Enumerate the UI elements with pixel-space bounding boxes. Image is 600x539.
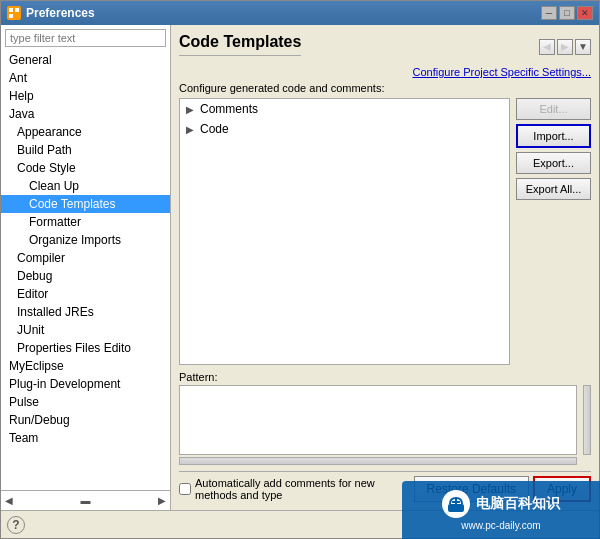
preferences-window: Preferences ─ □ ✕ General Ant Help Java … [0, 0, 600, 539]
watermark-icon [442, 490, 470, 518]
svg-rect-0 [9, 8, 13, 12]
configure-label: Configure generated code and comments: [179, 82, 591, 94]
app-icon [7, 6, 21, 20]
sidebar-item-plugin-dev[interactable]: Plug-in Development [1, 375, 170, 393]
sidebar: General Ant Help Java Appearance Build P… [1, 25, 171, 510]
watermark-text: 电脑百科知识 [476, 495, 560, 513]
content-area: General Ant Help Java Appearance Build P… [1, 25, 599, 510]
configure-link[interactable]: Configure Project Specific Settings... [179, 66, 591, 78]
auto-comments-label: Automatically add comments for new metho… [195, 477, 414, 501]
sidebar-item-debug[interactable]: Debug [1, 267, 170, 285]
filter-input[interactable] [5, 29, 166, 47]
sidebar-item-run-debug[interactable]: Run/Debug [1, 411, 170, 429]
sidebar-item-clean-up[interactable]: Clean Up [1, 177, 170, 195]
main-body: ▶ Comments ▶ Code Edit... Import... Expo… [179, 98, 591, 365]
export-button[interactable]: Export... [516, 152, 591, 174]
scroll-indicator: ▬ [81, 495, 91, 506]
close-button[interactable]: ✕ [577, 6, 593, 20]
sidebar-item-myeclipse[interactable]: MyEclipse [1, 357, 170, 375]
sidebar-item-team[interactable]: Team [1, 429, 170, 447]
sidebar-item-appearance[interactable]: Appearance [1, 123, 170, 141]
sidebar-item-ant[interactable]: Ant [1, 69, 170, 87]
template-tree: ▶ Comments ▶ Code [179, 98, 510, 365]
main-panel: Code Templates ◀ ▶ ▼ Configure Project S… [171, 25, 599, 510]
sidebar-item-help[interactable]: Help [1, 87, 170, 105]
sidebar-item-code-templates[interactable]: Code Templates [1, 195, 170, 213]
template-comments-label: Comments [200, 102, 258, 116]
maximize-button[interactable]: □ [559, 6, 575, 20]
template-code-label: Code [200, 122, 229, 136]
import-button[interactable]: Import... [516, 124, 591, 148]
sidebar-item-pulse[interactable]: Pulse [1, 393, 170, 411]
sidebar-item-editor[interactable]: Editor [1, 285, 170, 303]
back-button[interactable]: ◀ [539, 39, 555, 55]
right-buttons: Edit... Import... Export... Export All..… [516, 98, 591, 365]
sidebar-item-organize-imports[interactable]: Organize Imports [1, 231, 170, 249]
watermark: 电脑百科知识 www.pc-daily.com [402, 481, 600, 539]
sidebar-item-junit[interactable]: JUnit [1, 321, 170, 339]
svg-rect-3 [15, 14, 19, 18]
svg-rect-1 [15, 8, 19, 12]
sidebar-item-general[interactable]: General [1, 51, 170, 69]
help-button[interactable]: ? [7, 516, 25, 534]
nav-arrows: ◀ ▶ ▼ [539, 39, 591, 55]
sidebar-item-compiler[interactable]: Compiler [1, 249, 170, 267]
edit-button[interactable]: Edit... [516, 98, 591, 120]
panel-title: Code Templates [179, 33, 301, 56]
auto-comments-checkbox[interactable] [179, 483, 191, 495]
scroll-left-icon[interactable]: ◀ [5, 495, 13, 506]
template-comments[interactable]: ▶ Comments [180, 99, 509, 119]
sidebar-item-properties-files[interactable]: Properties Files Edito [1, 339, 170, 357]
template-code[interactable]: ▶ Code [180, 119, 509, 139]
pattern-textarea[interactable] [179, 385, 577, 455]
title-bar-left: Preferences [7, 6, 95, 20]
watermark-url: www.pc-daily.com [461, 520, 540, 531]
auto-comments-checkbox-area: Automatically add comments for new metho… [179, 477, 414, 501]
horizontal-scrollbar[interactable] [179, 457, 577, 465]
window-title: Preferences [26, 6, 95, 20]
sidebar-item-code-style[interactable]: Code Style [1, 159, 170, 177]
sidebar-item-java[interactable]: Java [1, 105, 170, 123]
expand-icon: ▶ [186, 104, 196, 115]
tree-area: General Ant Help Java Appearance Build P… [1, 51, 170, 490]
sidebar-item-installed-jres[interactable]: Installed JREs [1, 303, 170, 321]
title-bar: Preferences ─ □ ✕ [1, 1, 599, 25]
svg-rect-2 [9, 14, 13, 18]
vertical-scrollbar[interactable] [583, 385, 591, 455]
forward-button[interactable]: ▶ [557, 39, 573, 55]
pattern-section: Pattern: [179, 371, 591, 465]
minimize-button[interactable]: ─ [541, 6, 557, 20]
pattern-label: Pattern: [179, 371, 591, 383]
sidebar-item-formatter[interactable]: Formatter [1, 213, 170, 231]
scroll-right-icon[interactable]: ▶ [158, 495, 166, 506]
title-controls: ─ □ ✕ [541, 6, 593, 20]
sidebar-bottom: ◀ ▬ ▶ [1, 490, 170, 510]
expand-icon: ▶ [186, 124, 196, 135]
sidebar-item-build-path[interactable]: Build Path [1, 141, 170, 159]
dropdown-button[interactable]: ▼ [575, 39, 591, 55]
export-all-button[interactable]: Export All... [516, 178, 591, 200]
